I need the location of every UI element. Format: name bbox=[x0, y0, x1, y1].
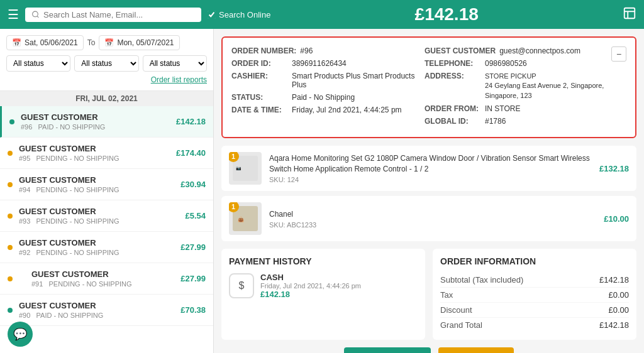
order-details-left-col: ORDER NUMBER: #96 ORDER ID: 389691162643… bbox=[231, 46, 418, 126]
cashier-row: CASHIER: Smart Products Plus Smart Produ… bbox=[231, 72, 418, 89]
date-to-box[interactable]: 📅 Mon, 05/07/2021 bbox=[99, 35, 179, 50]
svg-text:📷: 📷 bbox=[236, 165, 242, 171]
date-from-box[interactable]: 📅 Sat, 05/06/2021 bbox=[6, 35, 84, 50]
date-label: DATE & TIME: bbox=[231, 106, 288, 114]
menu-icon[interactable]: ☰ bbox=[8, 7, 19, 22]
order-item[interactable]: GUEST CUSTOMER #92 PENDING - NO SHIPPING… bbox=[0, 232, 213, 263]
search-online-toggle: Search Online bbox=[208, 10, 270, 19]
order-customer-name: GUEST CUSTOMER bbox=[31, 269, 180, 279]
product-item: 1 📷 Aqara Home Monitoring Set G2 1080P C… bbox=[221, 146, 636, 191]
payment-method-label: CASH bbox=[260, 273, 361, 282]
status-dot bbox=[8, 182, 13, 187]
calendar-to-icon: 📅 bbox=[104, 38, 114, 47]
search-input[interactable] bbox=[43, 10, 195, 19]
order-info: GUEST CUSTOMER #96 PAID - NO SHIPPING bbox=[21, 112, 176, 131]
address-row: ADDRESS: STORE PICKUP24 Geylang East Ave… bbox=[425, 72, 611, 100]
action-buttons: RECEIPT MORE bbox=[221, 347, 636, 353]
order-info: GUEST CUSTOMER #91 PENDING - NO SHIPPING bbox=[31, 269, 180, 288]
status-select-3[interactable]: All status bbox=[143, 55, 207, 72]
date-time-row: DATE & TIME: Friday, Jul 2nd 2021, 4:44:… bbox=[231, 106, 418, 114]
right-panel: ORDER NUMBER: #96 ORDER ID: 389691162643… bbox=[214, 29, 644, 353]
date-range-row: 📅 Sat, 05/06/2021 To 📅 Mon, 05/07/2021 bbox=[6, 35, 207, 50]
order-status: #96 PAID - NO SHIPPING bbox=[21, 123, 176, 131]
payment-history-title: PAYMENT HISTORY bbox=[229, 256, 418, 266]
order-status: #94 PENDING - NO SHIPPING bbox=[19, 186, 180, 193]
order-item[interactable]: GUEST CUSTOMER #90 PAID - NO SHIPPING £7… bbox=[0, 295, 213, 326]
search-online-checkbox[interactable] bbox=[208, 11, 216, 19]
order-item[interactable]: GUEST CUSTOMER #96 PAID - NO SHIPPING £1… bbox=[0, 106, 213, 138]
order-item[interactable]: GUEST CUSTOMER #91 PENDING - NO SHIPPING… bbox=[0, 263, 213, 295]
product-sku: SKU: 124 bbox=[269, 176, 592, 183]
order-customer-name: GUEST CUSTOMER bbox=[19, 207, 185, 216]
grand-total-value: £142.18 bbox=[599, 320, 629, 330]
status-row: STATUS: Paid - No Shipping bbox=[231, 93, 418, 102]
order-amount: £70.38 bbox=[180, 305, 206, 315]
chat-bubble-button[interactable]: 💬 bbox=[8, 322, 33, 347]
search-online-label: Search Online bbox=[219, 10, 270, 19]
order-item[interactable]: GUEST CUSTOMER #94 PENDING - NO SHIPPING… bbox=[0, 169, 213, 200]
order-item[interactable]: GUEST CUSTOMER #93 PENDING - NO SHIPPING… bbox=[0, 200, 213, 232]
status-select-1[interactable]: All status bbox=[6, 55, 70, 72]
order-total-display: £142.18 bbox=[277, 4, 616, 24]
tax-value: £0.00 bbox=[608, 290, 629, 300]
product-sku: SKU: ABC1233 bbox=[269, 221, 596, 229]
order-number-label: ORDER NUMBER: bbox=[231, 46, 296, 55]
tax-line: Tax £0.00 bbox=[440, 288, 629, 303]
order-number-value: #96 bbox=[300, 46, 313, 55]
filters-section: 📅 Sat, 05/06/2021 To 📅 Mon, 05/07/2021 A… bbox=[0, 29, 213, 91]
payment-item: $ CASH Friday, Jul 2nd 2021, 4:44:26 pm … bbox=[229, 273, 418, 299]
product-item: 1 👜 Chanel SKU: ABC1233 £10.00 bbox=[221, 196, 636, 241]
discount-line: Discount £0.00 bbox=[440, 303, 629, 318]
order-number-row: ORDER NUMBER: #96 bbox=[231, 46, 418, 55]
order-id-value: 3896911626434 bbox=[292, 59, 347, 68]
cart-icon[interactable] bbox=[623, 6, 636, 23]
order-info: GUEST CUSTOMER #95 PENDING - NO SHIPPING bbox=[19, 144, 176, 162]
svg-line-1 bbox=[37, 16, 38, 18]
svg-point-0 bbox=[33, 11, 38, 17]
order-customer-name: GUEST CUSTOMER bbox=[19, 144, 176, 153]
date-value: Friday, Jul 2nd 2021, 4:44:25 pm bbox=[292, 106, 402, 114]
order-id-row: ORDER ID: 3896911626434 bbox=[231, 59, 418, 68]
status-dot bbox=[8, 245, 13, 250]
date-from-value: Sat, 05/06/2021 bbox=[25, 38, 78, 47]
order-status: #95 PENDING - NO SHIPPING bbox=[19, 155, 176, 162]
global-id-value: #1786 bbox=[485, 117, 506, 126]
order-amount: £5.54 bbox=[185, 211, 206, 220]
orders-list: GUEST CUSTOMER #96 PAID - NO SHIPPING £1… bbox=[0, 106, 213, 353]
svg-rect-2 bbox=[625, 8, 635, 18]
left-panel: 📅 Sat, 05/06/2021 To 📅 Mon, 05/07/2021 A… bbox=[0, 29, 214, 353]
payment-history-section: PAYMENT HISTORY $ CASH Friday, Jul 2nd 2… bbox=[221, 249, 425, 340]
guest-label: GUEST CUSTOMER bbox=[425, 46, 496, 55]
order-amount: £27.99 bbox=[180, 242, 206, 252]
order-status: #93 PENDING - NO SHIPPING bbox=[19, 217, 185, 225]
tax-label: Tax bbox=[440, 290, 453, 300]
grand-total-label: Grand Total bbox=[440, 320, 482, 330]
guest-email-value: guest@connectpos.com bbox=[499, 46, 580, 55]
collapse-button[interactable]: − bbox=[611, 46, 626, 62]
status-dot bbox=[8, 214, 13, 219]
product-price: £132.18 bbox=[599, 164, 629, 173]
grand-total-line: Grand Total £142.18 bbox=[440, 318, 629, 332]
date-to-value: Mon, 05/07/2021 bbox=[117, 38, 174, 47]
status-select-2[interactable]: All status bbox=[74, 55, 138, 72]
global-id-label: GLOBAL ID: bbox=[425, 117, 481, 126]
order-info: GUEST CUSTOMER #94 PENDING - NO SHIPPING bbox=[19, 175, 180, 193]
order-id-label: ORDER ID: bbox=[231, 59, 288, 68]
order-amount: £30.94 bbox=[180, 180, 206, 189]
order-details-right-col: GUEST CUSTOMER guest@connectpos.com TELE… bbox=[425, 46, 611, 126]
more-button[interactable]: MORE bbox=[438, 347, 514, 353]
search-bar bbox=[25, 8, 201, 22]
order-details-header: ORDER NUMBER: #96 ORDER ID: 389691162643… bbox=[231, 46, 626, 126]
product-price: £10.00 bbox=[604, 214, 629, 224]
order-amount: £142.18 bbox=[176, 117, 206, 126]
status-label: STATUS: bbox=[231, 93, 288, 102]
order-item[interactable]: GUEST CUSTOMER #95 PENDING - NO SHIPPING… bbox=[0, 138, 213, 169]
order-list-reports-link[interactable]: Order list reports bbox=[6, 75, 207, 84]
search-icon bbox=[31, 10, 40, 19]
order-status: #90 PAID - NO SHIPPING bbox=[19, 312, 180, 319]
order-details-box: ORDER NUMBER: #96 ORDER ID: 389691162643… bbox=[221, 36, 636, 138]
status-dot bbox=[8, 151, 13, 156]
receipt-button[interactable]: RECEIPT bbox=[344, 347, 431, 353]
product-name: Aqara Home Monitoring Set G2 1080P Camer… bbox=[269, 153, 592, 175]
order-customer-name: GUEST CUSTOMER bbox=[19, 238, 180, 247]
